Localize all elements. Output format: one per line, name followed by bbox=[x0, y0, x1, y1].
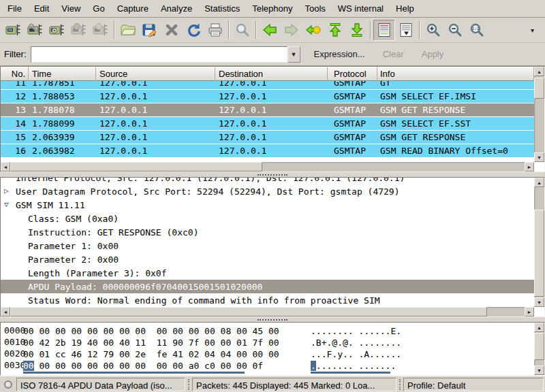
detail-row-instruction[interactable]: Instruction: GET RESPONSE (0xc0) bbox=[1, 225, 534, 239]
capture-options-button[interactable] bbox=[25, 20, 46, 41]
clear-button[interactable]: Clear bbox=[379, 46, 408, 62]
hex-row[interactable]: 0020 00 01 cc 46 12 79 00 2e fe 41 02 04… bbox=[1, 348, 534, 359]
menu-item-tools[interactable]: Tools bbox=[298, 0, 331, 17]
col-header-protocol[interactable]: Protocol bbox=[328, 67, 377, 81]
vscrollbar-thumb[interactable] bbox=[534, 333, 544, 360]
toolbar-separator bbox=[228, 21, 230, 39]
menu-item-help[interactable]: Help bbox=[390, 0, 420, 17]
scroll-up-icon[interactable]: ▲ bbox=[534, 67, 544, 76]
vscrollbar-thumb[interactable] bbox=[534, 78, 544, 99]
apply-button[interactable]: Apply bbox=[418, 46, 448, 62]
auto-scroll-toggle[interactable] bbox=[395, 20, 417, 41]
packet-row[interactable]: 12 1.788053 127.0.0.1 127.0.0.1 GSMTAP G… bbox=[1, 90, 534, 103]
packet-row-selected[interactable]: 13 1.788078 127.0.0.1 127.0.0.1 GSMTAP G… bbox=[1, 103, 534, 117]
col-header-time[interactable]: Time bbox=[29, 67, 96, 81]
packet-row[interactable]: 14 1.788099 127.0.0.1 127.0.0.1 GSMTAP G… bbox=[1, 117, 534, 131]
hscrollbar-thumb[interactable] bbox=[10, 307, 487, 316]
menu-item-capture[interactable]: Capture bbox=[111, 0, 155, 17]
detail-row-clipped[interactable]: Internet Protocol, Src: 127.0.0.1 (127.0… bbox=[1, 178, 534, 184]
go-to-packet-button[interactable] bbox=[302, 20, 324, 41]
find-packet-button[interactable] bbox=[232, 20, 253, 41]
packet-row[interactable]: 16 2.063982 127.0.0.1 127.0.0.1 GSMTAP G… bbox=[1, 144, 534, 158]
zoom-in-icon bbox=[425, 22, 441, 38]
zoom-out-button[interactable] bbox=[444, 20, 466, 41]
filter-dropdown-button[interactable]: ▼ bbox=[287, 46, 300, 63]
col-header-destination[interactable]: Destination bbox=[215, 67, 328, 81]
filter-input[interactable] bbox=[31, 46, 287, 63]
colorize-packets-toggle[interactable] bbox=[373, 20, 395, 41]
main-toolbar: 1:1 ▾ bbox=[0, 18, 545, 43]
zoom-in-button[interactable] bbox=[422, 20, 444, 41]
capture-stop-button[interactable] bbox=[68, 20, 90, 41]
open-file-button[interactable] bbox=[117, 20, 139, 41]
scroll-left-icon[interactable]: ◄ bbox=[1, 162, 10, 172]
menu-item-ws-internal[interactable]: WS internal bbox=[332, 0, 390, 17]
detail-row-gsm-sim[interactable]: ▽ GSM SIM 11.11 bbox=[1, 198, 534, 212]
detail-row-length[interactable]: Length (Parameter 3): 0x0f bbox=[1, 266, 534, 280]
vscrollbar-thumb[interactable] bbox=[534, 210, 544, 297]
expert-info-button[interactable] bbox=[1, 378, 14, 391]
toolbar-overflow-button[interactable]: ▾ bbox=[528, 24, 537, 37]
hex-row[interactable]: 0030 00 00 00 00 00 00 00 00 00 00 a0 c0… bbox=[1, 359, 534, 371]
hex-row-partial-selection bbox=[23, 372, 245, 374]
go-forward-button[interactable] bbox=[281, 20, 302, 41]
find-packet-icon bbox=[234, 22, 251, 38]
hscrollbar-thumb[interactable] bbox=[10, 162, 262, 172]
packet-row[interactable]: 15 2.063939 127.0.0.1 127.0.0.1 GSMTAP G… bbox=[1, 131, 534, 144]
pane-resize-handle[interactable] bbox=[0, 317, 545, 322]
pane-resize-handle[interactable] bbox=[0, 172, 545, 177]
detail-row-class[interactable]: Class: GSM (0xa0) bbox=[1, 212, 534, 225]
detail-row-apdu-payload-selected[interactable]: APDU Payload: 000000096f0704001500150102… bbox=[1, 280, 534, 293]
reload-button[interactable] bbox=[183, 20, 204, 41]
menu-item-statistics[interactable]: Statistics bbox=[198, 0, 246, 17]
expander-collapsed-icon[interactable]: ▷ bbox=[4, 186, 9, 195]
expander-expanded-icon[interactable]: ▽ bbox=[4, 200, 9, 209]
statusbar-resize-grip[interactable] bbox=[399, 379, 401, 390]
scroll-down-icon[interactable]: ▼ bbox=[534, 365, 544, 375]
statusbar-resize-grip[interactable] bbox=[188, 379, 189, 390]
packet-list-vscrollbar[interactable]: ▲ ▼ bbox=[534, 67, 544, 162]
col-header-source[interactable]: Source bbox=[96, 67, 215, 81]
zoom-normal-button[interactable]: 1:1 bbox=[466, 20, 488, 41]
save-file-button[interactable] bbox=[139, 20, 161, 41]
detail-row-status-word[interactable]: Status Word: Normal ending of command wi… bbox=[1, 293, 534, 307]
scroll-right-icon[interactable]: ► bbox=[525, 162, 534, 172]
menu-item-view[interactable]: View bbox=[55, 0, 87, 17]
scroll-down-icon[interactable]: ▼ bbox=[534, 152, 544, 162]
col-header-no[interactable]: No. bbox=[1, 67, 29, 81]
hex-vscrollbar[interactable]: ▲ ▼ bbox=[534, 323, 544, 375]
go-to-top-button[interactable] bbox=[324, 20, 346, 41]
go-back-button[interactable] bbox=[259, 20, 281, 41]
capture-stop-icon bbox=[71, 22, 87, 38]
scroll-left-icon[interactable]: ◄ bbox=[1, 307, 10, 316]
detail-row-parameter1[interactable]: Parameter 1: 0x00 bbox=[1, 239, 534, 252]
details-hscrollbar[interactable]: ◄ ► bbox=[1, 307, 534, 316]
go-to-bottom-button[interactable] bbox=[346, 20, 368, 41]
menu-item-telephony[interactable]: Telephony bbox=[246, 0, 298, 17]
capture-start-button[interactable] bbox=[46, 20, 68, 41]
packet-row-clipped[interactable]: 11 1.787851 127.0.0.1 127.0.0.1 GSMTAP G… bbox=[1, 81, 534, 90]
packet-list-hscrollbar[interactable]: ◄ ► bbox=[1, 162, 534, 172]
close-file-button[interactable] bbox=[161, 20, 183, 41]
scroll-up-icon[interactable]: ▲ bbox=[534, 323, 544, 332]
detail-row-udp[interactable]: ▷ User Datagram Protocol, Src Port: 5229… bbox=[1, 184, 534, 198]
list-interfaces-button[interactable] bbox=[3, 20, 25, 41]
hex-row[interactable]: 0010 00 42 2b 19 40 00 40 11 11 90 7f 00… bbox=[1, 336, 534, 348]
capture-restart-button[interactable] bbox=[90, 20, 112, 41]
menu-item-file[interactable]: File bbox=[1, 0, 28, 17]
menu-item-go[interactable]: Go bbox=[87, 0, 110, 17]
detail-row-parameter2[interactable]: Parameter 2: 0x00 bbox=[1, 252, 534, 266]
menu-item-edit[interactable]: Edit bbox=[28, 0, 55, 17]
status-profile[interactable]: Profile: Default bbox=[403, 378, 544, 391]
capture-restart-icon bbox=[93, 22, 109, 38]
grip-dots-icon bbox=[258, 174, 287, 176]
scroll-up-icon[interactable]: ▲ bbox=[534, 178, 544, 187]
expression-button[interactable]: Expression... bbox=[310, 46, 369, 62]
details-vscrollbar[interactable]: ▲ ▼ bbox=[534, 178, 544, 307]
scroll-down-icon[interactable]: ▼ bbox=[534, 297, 544, 307]
menu-item-analyze[interactable]: Analyze bbox=[155, 0, 198, 17]
scroll-right-icon[interactable]: ► bbox=[525, 307, 534, 316]
print-button[interactable] bbox=[204, 20, 226, 41]
col-header-info[interactable]: Info bbox=[377, 67, 534, 81]
hex-row[interactable]: 0000 00 00 00 00 00 00 00 00 00 00 00 00… bbox=[1, 325, 534, 336]
